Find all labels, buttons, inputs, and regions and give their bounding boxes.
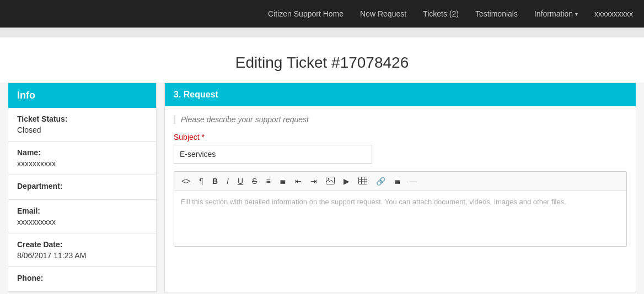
info-panel-header: Info	[8, 83, 156, 108]
toolbar-link-btn[interactable]: 🔗	[373, 176, 388, 187]
department-label: Department:	[17, 182, 147, 190]
info-field-create-date: Create Date: 8/06/2017 11:23 AM	[8, 233, 156, 267]
main-content: Info Ticket Status: Closed Name: xxxxxxx…	[0, 83, 644, 294]
toolbar-paragraph-btn[interactable]: ¶	[196, 176, 206, 187]
toolbar-video-btn[interactable]: ▶	[341, 176, 352, 187]
chevron-down-icon: ▾	[575, 11, 578, 17]
email-value: xxxxxxxxxx	[17, 217, 147, 226]
toolbar-outdent-btn[interactable]: ⇤	[292, 176, 304, 187]
nav-testimonials[interactable]: Testimonials	[475, 9, 518, 18]
toolbar-table-btn[interactable]	[356, 175, 370, 187]
toolbar-ul-btn[interactable]: ≡	[263, 176, 273, 187]
name-label: Name:	[17, 148, 147, 157]
request-hint: Please describe your support request	[174, 115, 627, 124]
info-field-email: Email: xxxxxxxxxx	[8, 200, 156, 233]
request-panel-header: 3. Request	[165, 83, 636, 106]
toolbar-underline-btn[interactable]: U	[235, 176, 246, 187]
user-label: xxxxxxxxxx	[594, 9, 633, 18]
editor-placeholder: Fill this section with detailed informat…	[181, 198, 566, 206]
subject-label: Subject *	[174, 133, 627, 141]
svg-point-1	[328, 178, 329, 180]
editor-body[interactable]: Fill this section with detailed informat…	[174, 191, 626, 246]
subject-input[interactable]	[174, 145, 372, 164]
toolbar-italic-btn[interactable]: I	[224, 176, 232, 187]
nav-tickets[interactable]: Tickets (2)	[423, 9, 459, 18]
name-value: xxxxxxxxxx	[17, 159, 147, 168]
toolbar-strikethrough-btn[interactable]: S	[249, 176, 260, 187]
navbar: Citizen Support Home New Request Tickets…	[0, 0, 644, 28]
request-panel-body: Please describe your support request Sub…	[165, 106, 636, 255]
editor-container: <> ¶ B I U S ≡ ≣ ⇤ ⇥ ▶	[174, 171, 627, 247]
nav-new-request[interactable]: New Request	[360, 9, 406, 18]
create-date-value: 8/06/2017 11:23 AM	[17, 251, 147, 260]
phone-label: Phone:	[17, 274, 147, 282]
info-field-name: Name: xxxxxxxxxx	[8, 141, 156, 175]
toolbar-bold-btn[interactable]: B	[210, 176, 221, 187]
nav-information-label[interactable]: Information	[534, 9, 573, 18]
svg-rect-2	[358, 177, 367, 184]
toolbar-code-btn[interactable]: <>	[179, 176, 193, 187]
email-label: Email:	[17, 206, 147, 215]
ticket-status-value: Closed	[17, 126, 147, 134]
ticket-status-label: Ticket Status:	[17, 115, 147, 123]
info-field-phone: Phone:	[8, 267, 156, 292]
request-panel: 3. Request Please describe your support …	[164, 83, 636, 292]
editor-toolbar: <> ¶ B I U S ≡ ≣ ⇤ ⇥ ▶	[174, 172, 626, 191]
info-panel: Info Ticket Status: Closed Name: xxxxxxx…	[8, 83, 157, 292]
nav-citizen-support-home[interactable]: Citizen Support Home	[268, 9, 344, 18]
create-date-label: Create Date:	[17, 240, 147, 249]
info-field-ticket-status: Ticket Status: Closed	[8, 108, 156, 141]
page-title: Editing Ticket #17078426	[0, 54, 644, 72]
toolbar-align-btn[interactable]: ≣	[391, 176, 404, 187]
info-field-department: Department:	[8, 175, 156, 200]
nav-information[interactable]: Information ▾	[534, 9, 578, 18]
page-title-container: Editing Ticket #17078426	[0, 37, 644, 83]
toolbar-indent-btn[interactable]: ⇥	[308, 176, 320, 187]
toolbar-ol-btn[interactable]: ≣	[277, 176, 289, 187]
toolbar-image-btn[interactable]	[323, 175, 337, 187]
subbar	[0, 28, 644, 37]
subject-required-marker: *	[202, 133, 205, 141]
toolbar-hr-btn[interactable]: —	[407, 176, 420, 187]
